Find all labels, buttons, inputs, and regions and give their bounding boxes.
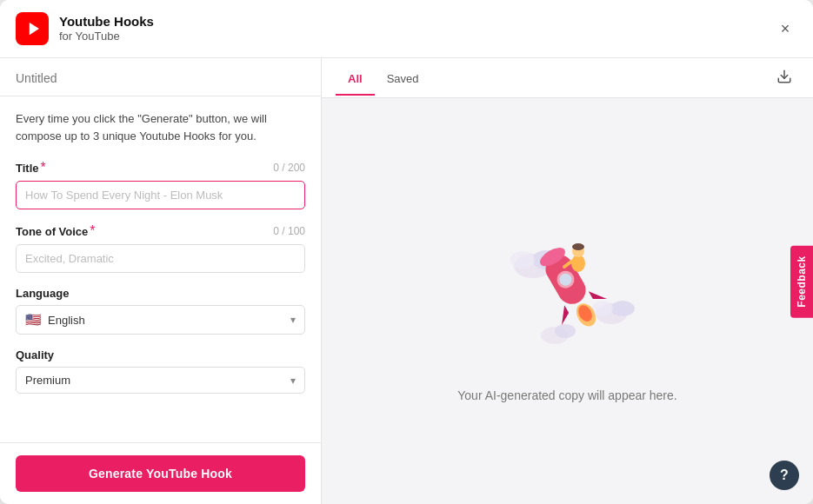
header-text: Youtube Hooks for YouTube [59,14,154,43]
left-panel-body: Every time you click the "Generate" butt… [0,96,321,442]
svg-point-10 [555,324,576,338]
tone-input[interactable] [16,244,305,273]
tone-label-row: Tone of Voice* 0 / 100 [16,223,305,239]
svg-point-5 [510,251,535,269]
left-panel: Every time you click the "Generate" butt… [0,58,322,504]
tabs-bar: All Saved [322,58,813,98]
title-input[interactable] [16,181,305,209]
tab-all[interactable]: All [336,62,375,96]
svg-point-8 [592,301,613,316]
empty-state-text: Your AI-generated copy will appear here. [457,388,676,402]
close-button[interactable]: × [773,17,797,41]
left-panel-footer: Generate YouTube Hook [0,442,321,504]
language-form-group: Language 🇺🇸 English ▾ English [16,287,305,335]
header: Youtube Hooks for YouTube × [0,0,813,58]
quality-form-group: Quality Premium ▾ Premium [16,348,305,394]
title-form-group: Title* 0 / 200 [16,160,305,209]
main-area: Every time you click the "Generate" butt… [0,58,813,504]
feedback-button[interactable]: Feedback [790,245,813,317]
tone-form-group: Tone of Voice* 0 / 100 [16,223,305,273]
left-panel-top [0,58,321,96]
tone-label: Tone of Voice* [16,223,96,239]
youtube-logo [16,12,49,45]
download-button[interactable] [770,63,799,93]
tone-char-count: 0 / 100 [273,225,305,237]
app-subtitle: for YouTube [59,30,154,43]
quality-label: Quality [16,348,54,361]
title-char-count: 0 / 200 [273,162,305,174]
svg-point-7 [610,301,635,316]
language-select-wrapper[interactable]: 🇺🇸 English ▾ English [16,305,305,335]
help-button[interactable]: ? [770,461,799,490]
quality-select-wrapper[interactable]: Premium ▾ Premium [16,367,305,394]
empty-illustration [481,201,655,375]
svg-marker-16 [554,305,572,325]
quality-label-row: Quality [16,348,305,361]
app-title: Youtube Hooks [59,14,154,30]
title-label-row: Title* 0 / 200 [16,160,305,176]
language-label-row: Language [16,287,305,300]
right-panel-content: Your AI-generated copy will appear here. [322,98,813,504]
title-label: Title* [16,160,46,176]
generate-button[interactable]: Generate YouTube Hook [16,455,305,492]
right-panel: All Saved [322,58,813,504]
tab-saved[interactable]: Saved [375,62,431,96]
description-text: Every time you click the "Generate" butt… [16,110,305,144]
app-window: Youtube Hooks for YouTube × Every time y… [0,0,813,504]
language-label: Language [16,287,69,300]
document-title-input[interactable] [16,71,305,96]
svg-point-21 [572,243,584,250]
